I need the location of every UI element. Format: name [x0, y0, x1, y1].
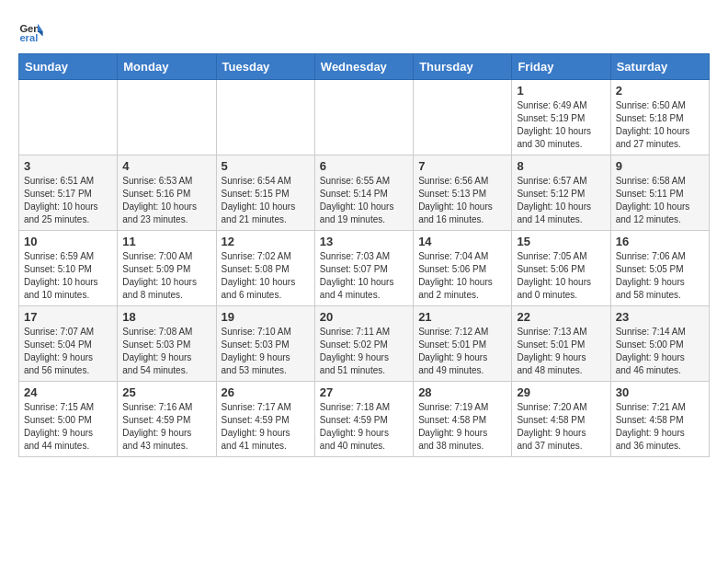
logo-icon: Gen eral: [18, 18, 44, 44]
table-row: 15Sunrise: 7:05 AM Sunset: 5:06 PM Dayli…: [512, 231, 610, 306]
weekday-header-sunday: Sunday: [19, 54, 118, 80]
day-number: 10: [24, 235, 112, 248]
table-row: 26Sunrise: 7:17 AM Sunset: 4:59 PM Dayli…: [216, 382, 314, 457]
weekday-header-saturday: Saturday: [610, 54, 709, 80]
table-row: 12Sunrise: 7:02 AM Sunset: 5:08 PM Dayli…: [216, 231, 314, 306]
table-row: 20Sunrise: 7:11 AM Sunset: 5:02 PM Dayli…: [314, 306, 413, 382]
day-info: Sunrise: 7:10 AM Sunset: 5:03 PM Dayligh…: [222, 326, 310, 377]
day-number: 12: [222, 235, 310, 248]
day-info: Sunrise: 7:05 AM Sunset: 5:06 PM Dayligh…: [517, 250, 605, 302]
day-info: Sunrise: 7:18 AM Sunset: 4:59 PM Dayligh…: [320, 401, 408, 453]
calendar-week-3: 10Sunrise: 6:59 AM Sunset: 5:10 PM Dayli…: [19, 231, 710, 306]
table-row: 11Sunrise: 7:00 AM Sunset: 5:09 PM Dayli…: [118, 231, 216, 306]
day-number: 4: [122, 159, 210, 173]
table-row: 10Sunrise: 6:59 AM Sunset: 5:10 PM Dayli…: [19, 231, 118, 306]
calendar-table: SundayMondayTuesdayWednesdayThursdayFrid…: [18, 53, 710, 457]
svg-text:eral: eral: [19, 32, 38, 43]
day-info: Sunrise: 7:21 AM Sunset: 4:58 PM Dayligh…: [616, 401, 704, 453]
day-number: 3: [24, 159, 112, 173]
calendar-week-2: 3Sunrise: 6:51 AM Sunset: 5:17 PM Daylig…: [19, 155, 710, 231]
day-number: 8: [517, 159, 605, 173]
day-info: Sunrise: 6:54 AM Sunset: 5:15 PM Dayligh…: [222, 175, 310, 226]
day-number: 22: [517, 310, 605, 324]
day-info: Sunrise: 7:03 AM Sunset: 5:07 PM Dayligh…: [320, 250, 408, 302]
day-number: 27: [320, 385, 408, 399]
day-number: 21: [418, 310, 506, 324]
table-row: [314, 80, 413, 155]
day-number: 19: [222, 310, 310, 324]
table-row: 21Sunrise: 7:12 AM Sunset: 5:01 PM Dayli…: [414, 306, 512, 382]
weekday-header-friday: Friday: [512, 54, 610, 80]
calendar-week-1: 1Sunrise: 6:49 AM Sunset: 5:19 PM Daylig…: [19, 80, 710, 155]
day-info: Sunrise: 7:15 AM Sunset: 5:00 PM Dayligh…: [24, 401, 112, 453]
weekday-header-wednesday: Wednesday: [314, 54, 413, 80]
day-number: 24: [24, 385, 112, 399]
svg-marker-2: [38, 24, 43, 31]
day-number: 13: [320, 235, 408, 248]
day-number: 20: [320, 310, 408, 324]
day-info: Sunrise: 7:14 AM Sunset: 5:00 PM Dayligh…: [616, 326, 704, 377]
table-row: 16Sunrise: 7:06 AM Sunset: 5:05 PM Dayli…: [610, 231, 709, 306]
day-number: 16: [616, 235, 704, 248]
table-row: 28Sunrise: 7:19 AM Sunset: 4:58 PM Dayli…: [414, 382, 512, 457]
day-number: 14: [418, 235, 506, 248]
weekday-header-row: SundayMondayTuesdayWednesdayThursdayFrid…: [19, 54, 710, 80]
table-row: [19, 80, 118, 155]
table-row: 13Sunrise: 7:03 AM Sunset: 5:07 PM Dayli…: [314, 231, 413, 306]
day-info: Sunrise: 6:55 AM Sunset: 5:14 PM Dayligh…: [320, 175, 408, 226]
weekday-header-tuesday: Tuesday: [216, 54, 314, 80]
day-info: Sunrise: 6:50 AM Sunset: 5:18 PM Dayligh…: [616, 99, 704, 151]
table-row: 17Sunrise: 7:07 AM Sunset: 5:04 PM Dayli…: [19, 306, 118, 382]
table-row: 29Sunrise: 7:20 AM Sunset: 4:58 PM Dayli…: [512, 382, 610, 457]
weekday-header-monday: Monday: [118, 54, 216, 80]
table-row: 1Sunrise: 6:49 AM Sunset: 5:19 PM Daylig…: [512, 80, 610, 155]
table-row: 14Sunrise: 7:04 AM Sunset: 5:06 PM Dayli…: [414, 231, 512, 306]
day-info: Sunrise: 7:19 AM Sunset: 4:58 PM Dayligh…: [418, 401, 506, 453]
table-row: 3Sunrise: 6:51 AM Sunset: 5:17 PM Daylig…: [19, 155, 118, 231]
page-header: Gen eral: [18, 18, 710, 44]
day-number: 11: [122, 235, 210, 248]
day-number: 25: [122, 385, 210, 399]
table-row: 25Sunrise: 7:16 AM Sunset: 4:59 PM Dayli…: [118, 382, 216, 457]
day-number: 28: [418, 385, 506, 399]
day-info: Sunrise: 7:20 AM Sunset: 4:58 PM Dayligh…: [517, 401, 605, 453]
day-info: Sunrise: 7:07 AM Sunset: 5:04 PM Dayligh…: [24, 326, 112, 377]
table-row: 2Sunrise: 6:50 AM Sunset: 5:18 PM Daylig…: [610, 80, 709, 155]
table-row: 22Sunrise: 7:13 AM Sunset: 5:01 PM Dayli…: [512, 306, 610, 382]
day-info: Sunrise: 6:57 AM Sunset: 5:12 PM Dayligh…: [517, 175, 605, 226]
table-row: [216, 80, 314, 155]
day-info: Sunrise: 6:56 AM Sunset: 5:13 PM Dayligh…: [418, 175, 506, 226]
day-info: Sunrise: 6:53 AM Sunset: 5:16 PM Dayligh…: [122, 175, 210, 226]
day-info: Sunrise: 7:06 AM Sunset: 5:05 PM Dayligh…: [616, 250, 704, 302]
day-info: Sunrise: 7:00 AM Sunset: 5:09 PM Dayligh…: [122, 250, 210, 302]
day-number: 6: [320, 159, 408, 173]
day-number: 7: [418, 159, 506, 173]
day-number: 17: [24, 310, 112, 324]
day-info: Sunrise: 6:58 AM Sunset: 5:11 PM Dayligh…: [616, 175, 704, 226]
table-row: 4Sunrise: 6:53 AM Sunset: 5:16 PM Daylig…: [118, 155, 216, 231]
day-info: Sunrise: 6:59 AM Sunset: 5:10 PM Dayligh…: [24, 250, 112, 302]
table-row: 6Sunrise: 6:55 AM Sunset: 5:14 PM Daylig…: [314, 155, 413, 231]
table-row: 7Sunrise: 6:56 AM Sunset: 5:13 PM Daylig…: [414, 155, 512, 231]
calendar-week-5: 24Sunrise: 7:15 AM Sunset: 5:00 PM Dayli…: [19, 382, 710, 457]
day-number: 30: [616, 385, 704, 399]
day-info: Sunrise: 6:49 AM Sunset: 5:19 PM Dayligh…: [517, 99, 605, 151]
day-info: Sunrise: 7:11 AM Sunset: 5:02 PM Dayligh…: [320, 326, 408, 377]
day-number: 23: [616, 310, 704, 324]
day-info: Sunrise: 7:17 AM Sunset: 4:59 PM Dayligh…: [222, 401, 310, 453]
table-row: 18Sunrise: 7:08 AM Sunset: 5:03 PM Dayli…: [118, 306, 216, 382]
table-row: 23Sunrise: 7:14 AM Sunset: 5:00 PM Dayli…: [610, 306, 709, 382]
day-info: Sunrise: 7:16 AM Sunset: 4:59 PM Dayligh…: [122, 401, 210, 453]
table-row: [414, 80, 512, 155]
day-info: Sunrise: 6:51 AM Sunset: 5:17 PM Dayligh…: [24, 175, 112, 226]
day-info: Sunrise: 7:12 AM Sunset: 5:01 PM Dayligh…: [418, 326, 506, 377]
day-info: Sunrise: 7:13 AM Sunset: 5:01 PM Dayligh…: [517, 326, 605, 377]
day-number: 15: [517, 235, 605, 248]
day-number: 18: [122, 310, 210, 324]
logo: Gen eral: [18, 18, 48, 44]
table-row: 24Sunrise: 7:15 AM Sunset: 5:00 PM Dayli…: [19, 382, 118, 457]
day-number: 9: [616, 159, 704, 173]
table-row: 30Sunrise: 7:21 AM Sunset: 4:58 PM Dayli…: [610, 382, 709, 457]
day-info: Sunrise: 7:08 AM Sunset: 5:03 PM Dayligh…: [122, 326, 210, 377]
day-number: 1: [517, 84, 605, 98]
